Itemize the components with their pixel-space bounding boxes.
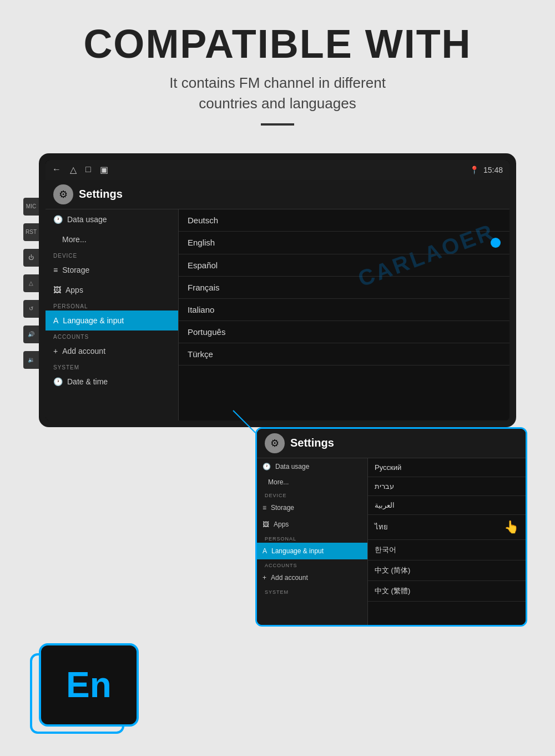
zoom-sidebar-language[interactable]: ALanguage & input <box>257 543 367 559</box>
bottom-section: En Different languagescan be set up <box>0 627 555 756</box>
storage-icon: ≡ <box>53 266 58 274</box>
status-right: 📍 15:48 <box>470 166 503 174</box>
divider <box>261 123 294 126</box>
sidebar-data-usage[interactable]: 🕐 Data usage <box>46 209 178 229</box>
power-button[interactable]: ⏻ <box>23 249 39 267</box>
data-usage-icon: 🕐 <box>53 215 63 224</box>
settings-body: 🕐 Data usage More... DEVICE ≡ Storage 🖼 … <box>46 209 509 420</box>
subtitle: It contains FM channel in differentcount… <box>33 73 522 113</box>
zoom-sidebar-add-account[interactable]: +Add account <box>257 569 367 586</box>
zoom-settings-title: Settings <box>290 437 334 449</box>
header-section: COMPATIBLE WITH It contains FM channel i… <box>0 0 555 137</box>
section-personal: PERSONAL <box>46 300 178 311</box>
zoom-section-personal: PERSONAL <box>257 533 367 543</box>
bottom-description: Different languagescan be set up <box>28 752 143 756</box>
zoom-sidebar: 🕐Data usage More... DEVICE ≡Storage 🖼App… <box>257 458 368 625</box>
lang-portugues[interactable]: Português <box>179 321 509 343</box>
home-side-button[interactable]: △ <box>23 274 39 292</box>
zoom-sidebar-more[interactable]: More... <box>257 475 367 489</box>
inner-screen: ← △ □ ▣ 📍 15:48 ⚙ Settings <box>46 160 509 420</box>
sidebar-storage[interactable]: ≡ Storage <box>46 260 178 280</box>
sidebar-apps[interactable]: 🖼 Apps <box>46 280 178 300</box>
zoom-lang-thai[interactable]: ไทย 👆 <box>368 515 526 540</box>
lang-english[interactable]: English <box>179 232 509 254</box>
lang-italiano[interactable]: Italiano <box>179 299 509 321</box>
clock: 15:48 <box>483 166 503 174</box>
connector-svg <box>144 405 255 438</box>
main-title: COMPATIBLE WITH <box>33 22 522 66</box>
zoom-sidebar-apps[interactable]: 🖼Apps <box>257 516 367 533</box>
side-buttons: MIC RST ⏻ △ ↺ 🔊 🔉 <box>23 198 39 369</box>
zoom-section-device: DEVICE <box>257 489 367 499</box>
zoom-header: ⚙ Settings <box>257 429 526 458</box>
hand-cursor-icon: 👆 <box>504 520 519 534</box>
zoom-settings-icon: ⚙ <box>265 433 285 453</box>
en-logo: En <box>39 643 139 727</box>
zoom-panel: ⚙ Settings 🕐Data usage More... DEVICE ≡S… <box>255 427 527 627</box>
section-device: DEVICE <box>46 249 178 260</box>
back-side-button[interactable]: ↺ <box>23 300 39 318</box>
settings-header: ⚙ Settings <box>46 180 509 209</box>
zoom-lang-chinese-traditional[interactable]: 中文 (繁體) <box>368 581 526 602</box>
rst-button[interactable]: RST <box>23 223 39 241</box>
zoom-lang-chinese-simplified[interactable]: 中文 (简体) <box>368 560 526 581</box>
language-icon: A <box>53 316 58 325</box>
section-accounts: ACCOUNTS <box>46 331 178 341</box>
date-icon: 🕐 <box>53 377 63 386</box>
mic-button[interactable]: MIC <box>23 198 39 216</box>
lang-espanol[interactable]: Español <box>179 254 509 277</box>
lang-deutsch[interactable]: Deutsch <box>179 209 509 232</box>
en-logo-container: En <box>30 643 141 738</box>
zoom-lang-arabic[interactable]: العربية <box>368 496 526 515</box>
lang-turkce[interactable]: Türkçe <box>179 343 509 366</box>
zoom-sidebar-data-usage[interactable]: 🕐Data usage <box>257 458 367 475</box>
zoom-lang-hebrew[interactable]: עברית <box>368 477 526 496</box>
menu-icon[interactable]: ▣ <box>100 164 108 175</box>
vol-up-button[interactable]: 🔊 <box>23 326 39 343</box>
language-list: CARLAOER Deutsch English Español Françai… <box>179 209 509 420</box>
home-icon[interactable]: △ <box>70 164 77 175</box>
add-icon: + <box>53 347 58 356</box>
status-bar: ← △ □ ▣ 📍 15:48 <box>46 160 509 180</box>
section-system: SYSTEM <box>46 361 178 372</box>
sidebar-date-time[interactable]: 🕐 Date & time <box>46 372 178 392</box>
settings-title: Settings <box>79 188 123 201</box>
nav-buttons: ← △ □ ▣ <box>52 164 108 175</box>
vol-down-button[interactable]: 🔉 <box>23 351 39 369</box>
zoom-language-list: Русский עברית العربية ไทย 👆 한국어 中文 (简体) … <box>368 458 526 625</box>
apps-icon: 🖼 <box>53 286 61 294</box>
back-icon[interactable]: ← <box>52 164 61 175</box>
settings-sidebar: 🕐 Data usage More... DEVICE ≡ Storage 🖼 … <box>46 209 179 420</box>
zoom-section-system: SYSTEM <box>257 586 367 596</box>
device-screen: MIC RST ⏻ △ ↺ 🔊 🔉 ← △ □ ▣ 📍 15:48 <box>39 153 516 427</box>
recents-icon[interactable]: □ <box>85 164 91 175</box>
radio-selected <box>491 238 501 248</box>
settings-icon: ⚙ <box>53 184 73 204</box>
zoom-content: 🕐Data usage More... DEVICE ≡Storage 🖼App… <box>257 458 526 625</box>
location-icon: 📍 <box>470 166 479 174</box>
zoom-lang-russian[interactable]: Русский <box>368 458 526 477</box>
zoom-section-accounts: ACCOUNTS <box>257 559 367 569</box>
lang-francais[interactable]: Français <box>179 277 509 299</box>
sidebar-add-account[interactable]: + Add account <box>46 341 178 361</box>
zoom-sidebar-storage[interactable]: ≡Storage <box>257 499 367 516</box>
zoom-lang-korean[interactable]: 한국어 <box>368 540 526 560</box>
svg-line-0 <box>233 410 255 433</box>
sidebar-language[interactable]: A Language & input <box>46 311 178 331</box>
sidebar-more[interactable]: More... <box>46 229 178 249</box>
